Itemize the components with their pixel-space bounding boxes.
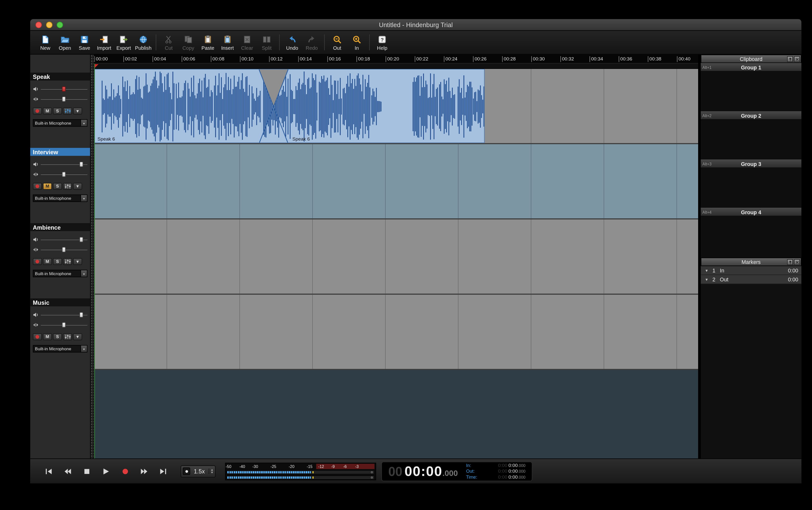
toolbar-button-out[interactable]: Out [327, 31, 347, 54]
track-menu-button[interactable]: ▾ [73, 108, 82, 114]
fast-forward-button[interactable] [138, 466, 150, 476]
solo-button[interactable]: S [53, 333, 62, 340]
pan-slider[interactable] [41, 322, 87, 328]
speed-stepper[interactable]: ▲ ▼ [208, 469, 213, 474]
solo-button[interactable]: S [53, 183, 62, 190]
toolbar-button-redo[interactable]: Redo [302, 31, 322, 54]
timeline-area[interactable]: 00:0000:0200:0400:0600:0800:1000:1200:14… [94, 55, 698, 458]
track-name-music[interactable]: Music [30, 298, 90, 306]
markers-close-button[interactable] [794, 259, 800, 265]
marker-disclosure-icon[interactable]: ▼ [701, 277, 713, 281]
pan-slider-handle[interactable] [62, 172, 66, 177]
markers-pin-button[interactable] [787, 259, 793, 265]
record-arm-button[interactable] [33, 108, 42, 114]
stop-button[interactable] [81, 466, 93, 476]
toolbar-button-clear[interactable]: Clear [237, 31, 257, 54]
clipboard-close-button[interactable] [794, 56, 800, 62]
mixer-button[interactable] [63, 183, 72, 190]
toolbar-button-import[interactable]: Import [94, 31, 114, 54]
playback-speed-control[interactable]: 1.5x ▲ ▼ [181, 465, 216, 477]
close-window-button[interactable] [35, 22, 42, 28]
toolbar-button-export[interactable]: Export [114, 31, 133, 54]
track-name-ambience[interactable]: Ambience [30, 223, 90, 231]
mixer-button[interactable] [63, 258, 72, 265]
follow-playhead-button[interactable] [183, 468, 190, 475]
timeline-lane-speak[interactable]: Speak 6Speak 6 [94, 69, 698, 144]
audio-clip-region[interactable]: Speak 6Speak 6 [94, 69, 485, 143]
clipboard-pin-button[interactable] [787, 56, 793, 62]
timeline-lane-ambience[interactable] [94, 220, 698, 295]
input-device-select[interactable]: Built-in Microphone▾ [33, 345, 87, 352]
marker-row[interactable]: ▼1In0:00 [701, 266, 802, 275]
clipboard-group-slot[interactable] [701, 120, 802, 160]
play-button[interactable] [100, 466, 112, 476]
pan-slider[interactable] [41, 247, 87, 253]
clipboard-group-slot[interactable] [701, 216, 802, 256]
clipboard-panel-header[interactable]: Clipboard [701, 55, 802, 63]
track-panel-scrollbar[interactable] [90, 55, 94, 458]
marker-strip[interactable] [94, 64, 698, 69]
clipboard-group-slot[interactable] [701, 72, 802, 111]
volume-slider-handle[interactable] [62, 86, 66, 91]
zoom-window-button[interactable] [57, 22, 63, 28]
input-device-select[interactable]: Built-in Microphone▾ [33, 270, 87, 277]
skip-to-start-button[interactable] [43, 466, 55, 476]
track-menu-button[interactable]: ▾ [73, 333, 82, 340]
toolbar-button-split[interactable]: Split [257, 31, 276, 54]
volume-slider[interactable] [41, 161, 87, 168]
toolbar-button-new[interactable]: New [35, 31, 55, 54]
timeline-lane-interview[interactable] [94, 144, 698, 220]
track-menu-button[interactable]: ▾ [73, 258, 82, 265]
pan-slider-handle[interactable] [62, 96, 66, 102]
track-menu-button[interactable]: ▾ [73, 183, 82, 190]
record-arm-button[interactable] [33, 258, 42, 265]
clipboard-group-slot[interactable] [701, 168, 802, 208]
volume-slider[interactable] [41, 236, 87, 243]
toolbar-button-paste[interactable]: Paste [198, 31, 218, 54]
pan-slider[interactable] [41, 171, 87, 178]
pan-slider[interactable] [41, 96, 87, 103]
pan-slider-handle[interactable] [62, 247, 66, 252]
markers-panel-header[interactable]: Markers [701, 257, 802, 266]
stepper-down-icon[interactable]: ▼ [211, 471, 214, 474]
toolbar-button-copy[interactable]: Copy [179, 31, 198, 54]
mute-button[interactable]: M [43, 333, 52, 340]
mute-button[interactable]: M [43, 108, 52, 114]
volume-slider[interactable] [41, 312, 87, 318]
toolbar-button-cut[interactable]: Cut [159, 31, 179, 54]
toolbar-button-insert[interactable]: Insert [218, 31, 237, 54]
clipboard-group-header[interactable]: Alt+3Group 3 [701, 160, 802, 168]
title-bar[interactable]: Untitled - Hindenburg Trial [30, 19, 801, 31]
track-name-interview[interactable]: Interview [30, 148, 90, 156]
input-device-select[interactable]: Built-in Microphone▾ [33, 119, 87, 126]
timeline-empty-area[interactable] [94, 370, 698, 458]
rewind-button[interactable] [62, 466, 73, 476]
playhead-line[interactable] [94, 64, 95, 458]
toolbar-button-open[interactable]: Open [55, 31, 75, 54]
solo-button[interactable]: S [53, 258, 62, 265]
toolbar-button-help[interactable]: Help [372, 31, 392, 54]
mute-button[interactable]: M [43, 258, 52, 265]
mute-button[interactable]: M [43, 183, 52, 190]
record-arm-button[interactable] [33, 333, 42, 340]
toolbar-button-in[interactable]: In [347, 31, 366, 54]
clipboard-group-header[interactable]: Alt+2Group 2 [701, 111, 802, 120]
pan-slider-handle[interactable] [62, 322, 66, 328]
volume-slider-handle[interactable] [80, 237, 84, 242]
playhead-marker-flag[interactable] [94, 64, 98, 68]
toolbar-button-save[interactable]: Save [74, 31, 94, 54]
skip-to-end-button[interactable] [157, 466, 169, 476]
minimize-window-button[interactable] [46, 22, 53, 28]
mixer-button[interactable] [63, 108, 72, 114]
marker-disclosure-icon[interactable]: ▼ [701, 268, 713, 272]
volume-slider-handle[interactable] [80, 312, 84, 317]
clipboard-group-header[interactable]: Alt+1Group 1 [701, 63, 802, 72]
toolbar-button-publish[interactable]: Publish [133, 31, 153, 54]
track-name-speak[interactable]: Speak [30, 73, 90, 81]
input-device-select[interactable]: Built-in Microphone▾ [33, 195, 87, 202]
toolbar-button-undo[interactable]: Undo [282, 31, 302, 54]
marker-row[interactable]: ▼2Out0:00 [701, 275, 802, 284]
record-button[interactable] [119, 466, 131, 476]
volume-slider-handle[interactable] [80, 162, 84, 167]
volume-slider[interactable] [41, 86, 87, 92]
